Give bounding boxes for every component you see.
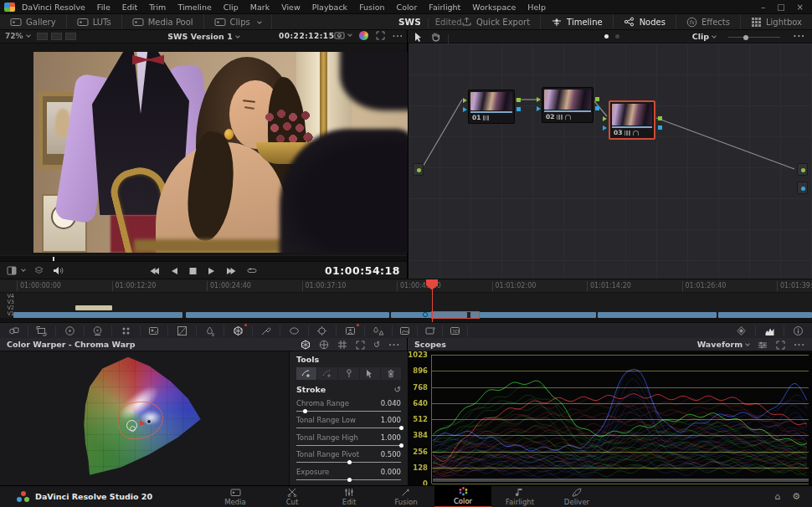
menu-workspace[interactable]: Workspace	[472, 3, 516, 12]
param-slider[interactable]	[296, 445, 401, 446]
color-viewer-icon[interactable]	[359, 31, 368, 40]
panel-options-icon[interactable]: ···	[388, 340, 400, 349]
rgb-output-port[interactable]	[516, 98, 521, 102]
keyframes-icon[interactable]	[728, 325, 757, 336]
curves-icon[interactable]	[168, 325, 197, 336]
menu-color[interactable]: Color	[397, 3, 418, 12]
node-options-icon[interactable]: ···	[794, 32, 805, 41]
menu-fusion[interactable]: Fusion	[359, 3, 384, 12]
playhead-handle[interactable]	[426, 279, 439, 290]
source-port[interactable]	[413, 163, 424, 176]
color-wheels-icon[interactable]	[56, 325, 85, 336]
page-tab-media[interactable]: Media	[207, 486, 264, 507]
play-icon[interactable]	[208, 266, 215, 275]
menu-edit[interactable]: Edit	[122, 3, 137, 12]
clip-marker-dot[interactable]	[423, 312, 428, 317]
node-02[interactable]: 02	[542, 87, 594, 123]
node-zoom-slider[interactable]	[728, 37, 780, 38]
page-tab-color[interactable]: Color	[434, 486, 491, 507]
page-tab-fusion[interactable]: Fusion	[378, 486, 434, 507]
source-timecode[interactable]: 00:22:12:15	[279, 32, 341, 40]
slider-thumb[interactable]	[347, 478, 352, 482]
node-graph[interactable]: 01 02 03	[408, 44, 812, 279]
warper-icon[interactable]	[301, 339, 311, 350]
sizing-icon[interactable]	[28, 325, 57, 336]
expand-icon[interactable]	[376, 31, 385, 40]
close-button[interactable]: ×	[797, 3, 804, 12]
lightbox-button[interactable]: Lightbox	[741, 14, 812, 29]
slider-thumb[interactable]	[399, 426, 403, 430]
stroke-reset-icon[interactable]: ↺	[394, 385, 401, 394]
menu-timeline[interactable]: Timeline	[177, 3, 211, 12]
page-tab-fairlight[interactable]: Fairlight	[491, 486, 548, 507]
viewer-options-icon[interactable]: ···	[393, 32, 403, 40]
color-warper-icon[interactable]	[224, 325, 253, 336]
alpha-output-port[interactable]	[595, 106, 599, 110]
node-mode-select[interactable]: Clip	[692, 32, 716, 41]
rgb-input-port[interactable]	[537, 97, 541, 102]
pin-tool-button[interactable]	[338, 367, 358, 380]
hdr-wheels-icon[interactable]	[85, 325, 113, 336]
rgb-mixer-icon[interactable]	[112, 325, 141, 336]
select-tool-button[interactable]	[360, 367, 380, 380]
motion-effects-icon[interactable]	[141, 325, 169, 336]
param-slider[interactable]	[296, 479, 401, 480]
alpha-input-port[interactable]	[537, 106, 541, 111]
param-tonal-range-high[interactable]: Tonal Range High1.000	[296, 433, 401, 446]
node-03-selected[interactable]: 03	[609, 100, 655, 140]
add-point-stroke-button[interactable]	[317, 367, 337, 380]
rgb-output-port[interactable]	[595, 97, 599, 101]
slider-thumb[interactable]	[347, 460, 352, 464]
param-value[interactable]: 0.000	[381, 468, 401, 476]
settings-gear-icon[interactable]: ⚙	[792, 491, 800, 502]
page-tab-deliver[interactable]: Deliver	[548, 486, 605, 507]
pan-hand-icon[interactable]	[431, 32, 440, 42]
media-pool-button[interactable]: Media Pool	[122, 14, 204, 29]
nodes-button[interactable]: Nodes	[614, 14, 676, 29]
stop-icon[interactable]	[189, 266, 197, 275]
magic-mask-icon[interactable]	[337, 325, 365, 336]
quick-export-button[interactable]: Quick Export	[451, 14, 541, 29]
camera-raw-icon[interactable]	[0, 325, 28, 336]
v1-clip[interactable]	[13, 312, 182, 318]
go-to-start-icon[interactable]	[150, 266, 160, 275]
alpha-input-port[interactable]	[603, 125, 607, 131]
v1-clip[interactable]	[718, 312, 812, 318]
alpha-input-port[interactable]	[463, 107, 467, 112]
param-value[interactable]: 0.500	[381, 450, 401, 458]
effects-button[interactable]: fxEffects	[676, 14, 741, 29]
param-slider[interactable]	[296, 428, 401, 428]
menu-playback[interactable]: Playback	[312, 3, 347, 12]
v2-clip[interactable]	[75, 305, 112, 310]
node-01[interactable]: 01	[468, 90, 515, 124]
timeline-ruler[interactable]: 01:00:00:0001:00:12:2001:00:24:4001:00:3…	[0, 279, 812, 293]
rgb-output-port[interactable]	[658, 116, 662, 120]
maximize-button[interactable]: □	[777, 3, 784, 12]
param-chroma-range[interactable]: Chroma Range0.040	[296, 399, 401, 412]
luts-button[interactable]: LUTs	[67, 14, 122, 29]
v1-clip[interactable]	[598, 312, 717, 318]
timeline-button[interactable]: Timeline	[541, 14, 614, 29]
alpha-output-port[interactable]	[658, 125, 662, 130]
slider-thumb[interactable]	[303, 409, 307, 413]
draw-stroke-button[interactable]	[296, 367, 316, 380]
param-exposure[interactable]: Exposure0.000	[296, 468, 401, 480]
param-value[interactable]: 1.000	[381, 433, 401, 442]
menu-mark[interactable]: Mark	[250, 3, 270, 12]
scopes-icon[interactable]	[756, 325, 784, 336]
param-tonal-range-low[interactable]: Tonal Range Low1.000	[296, 416, 401, 428]
scope-settings-icon[interactable]	[758, 340, 768, 350]
output-port-alpha[interactable]	[797, 182, 808, 194]
project-manager-icon[interactable]: ⌂	[774, 491, 780, 502]
go-to-end-icon[interactable]	[226, 266, 236, 275]
chromaticity-diagram[interactable]	[71, 353, 213, 483]
node-pager-dots[interactable]	[604, 34, 619, 38]
step-back-icon[interactable]	[171, 266, 178, 275]
alpha-output-port[interactable]	[516, 107, 521, 111]
info-icon[interactable]	[784, 325, 812, 336]
stereo-3d-icon[interactable]: 3D	[443, 325, 468, 336]
pointer-tool-icon[interactable]	[414, 32, 423, 42]
motion-icon[interactable]	[418, 325, 443, 336]
eyedropper-icon[interactable]	[253, 325, 281, 336]
menu-file[interactable]: File	[97, 3, 110, 12]
